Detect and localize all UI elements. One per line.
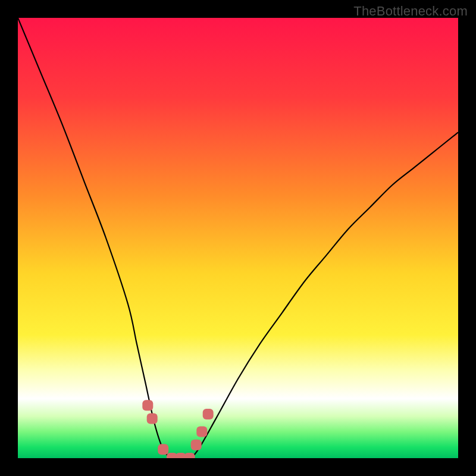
marker-point [147,413,158,424]
marker-point [191,440,202,450]
chart-frame: TheBottleneck.com [0,0,476,476]
bottleneck-chart [18,18,458,458]
gradient-background [18,18,458,458]
plot-area [18,18,458,458]
marker-point [184,453,195,458]
marker-point [158,444,168,455]
watermark-text: TheBottleneck.com [353,4,468,19]
marker-point [203,409,214,419]
marker-point [196,427,207,437]
marker-point [142,400,153,411]
